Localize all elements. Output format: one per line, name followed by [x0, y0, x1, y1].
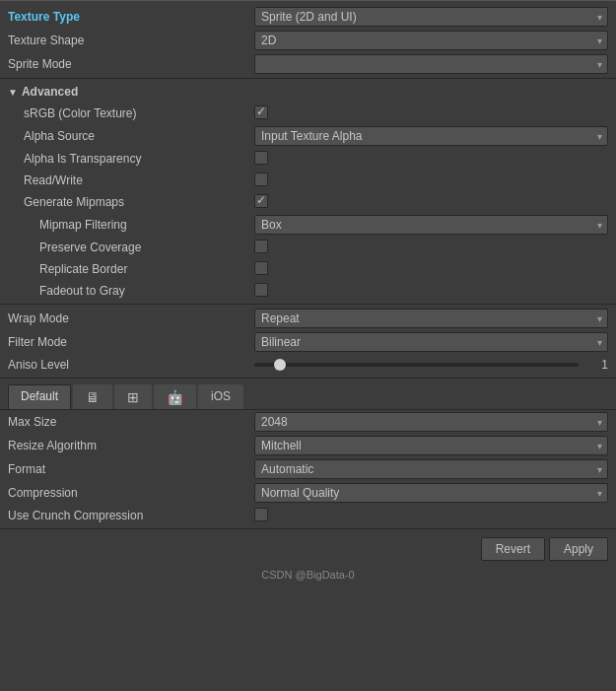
desktop-icon: 🖥	[86, 389, 100, 405]
texture-shape-control[interactable]: 2D	[254, 31, 608, 50]
resize-algorithm-control[interactable]: Mitchell	[254, 436, 608, 455]
divider-1	[0, 78, 616, 79]
watermark: CSDN @BigData-0	[0, 567, 616, 585]
read-write-checkbox[interactable]	[254, 173, 268, 186]
tab-windows[interactable]: ⊞	[114, 384, 152, 409]
divider-2	[0, 304, 616, 305]
replicate-border-control[interactable]	[254, 261, 608, 278]
tab-ios-label: iOS	[211, 389, 231, 403]
bottom-bar: Revert Apply	[0, 531, 616, 567]
wrap-mode-select[interactable]: Repeat	[254, 309, 608, 328]
revert-button[interactable]: Revert	[481, 537, 545, 561]
sprite-mode-row: Sprite Mode	[0, 52, 616, 76]
format-label: Format	[8, 462, 254, 476]
alpha-transparency-checkbox[interactable]	[254, 151, 268, 165]
alpha-source-label: Alpha Source	[8, 129, 254, 143]
tab-desktop[interactable]: 🖥	[73, 384, 112, 409]
aniso-level-slider[interactable]	[254, 363, 579, 367]
format-select[interactable]: Automatic	[254, 459, 608, 479]
texture-type-label: Texture Type	[8, 10, 254, 24]
alpha-source-control[interactable]: Input Texture Alpha	[254, 126, 608, 146]
max-size-select[interactable]: 2048	[254, 412, 608, 432]
filter-mode-select[interactable]: Bilinear	[254, 332, 608, 352]
wrap-mode-row: Wrap Mode Repeat	[0, 307, 616, 330]
divider-3	[0, 378, 616, 379]
texture-shape-label: Texture Shape	[8, 34, 254, 47]
mipmap-filtering-control[interactable]: Box	[254, 215, 608, 235]
fadeout-gray-control[interactable]	[254, 283, 608, 300]
format-row: Format Automatic	[0, 457, 616, 481]
compression-row: Compression Normal Quality	[0, 481, 616, 505]
texture-shape-row: Texture Shape 2D	[0, 29, 616, 52]
texture-type-control[interactable]: Sprite (2D and UI)	[254, 7, 608, 27]
sprite-mode-control[interactable]	[254, 54, 608, 74]
compression-label: Compression	[8, 486, 254, 500]
max-size-control[interactable]: 2048	[254, 412, 608, 432]
alpha-transparency-label: Alpha Is Transparency	[8, 152, 254, 166]
preserve-coverage-row: Preserve Coverage	[0, 237, 616, 258]
fadeout-gray-row: Fadeout to Gray	[0, 280, 616, 302]
platform-tabs: Default 🖥 ⊞ 🤖 iOS	[0, 380, 616, 410]
advanced-triangle: ▼	[8, 87, 18, 98]
alpha-transparency-control[interactable]	[254, 151, 608, 168]
tab-android[interactable]: 🤖	[154, 384, 196, 409]
resize-algorithm-label: Resize Algorithm	[8, 439, 254, 452]
replicate-border-row: Replicate Border	[0, 258, 616, 280]
texture-shape-select[interactable]: 2D	[254, 31, 608, 50]
wrap-mode-label: Wrap Mode	[8, 311, 254, 325]
compression-select[interactable]: Normal Quality	[254, 483, 608, 503]
crunch-compression-checkbox[interactable]	[254, 508, 268, 521]
format-control[interactable]: Automatic	[254, 459, 608, 479]
alpha-transparency-row: Alpha Is Transparency	[0, 148, 616, 170]
replicate-border-checkbox[interactable]	[254, 261, 268, 275]
filter-mode-row: Filter Mode Bilinear	[0, 330, 616, 354]
tab-ios[interactable]: iOS	[198, 384, 243, 409]
replicate-border-label: Replicate Border	[8, 262, 254, 276]
filter-mode-control[interactable]: Bilinear	[254, 332, 608, 352]
divider-4	[0, 528, 616, 529]
max-size-row: Max Size 2048	[0, 410, 616, 434]
aniso-level-control[interactable]: 1	[254, 358, 608, 372]
fadeout-gray-checkbox[interactable]	[254, 283, 268, 297]
sprite-mode-select[interactable]	[254, 54, 608, 74]
windows-icon: ⊞	[127, 389, 139, 405]
generate-mipmaps-control[interactable]	[254, 194, 608, 211]
texture-type-select[interactable]: Sprite (2D and UI)	[254, 7, 608, 27]
read-write-control[interactable]	[254, 173, 608, 189]
preserve-coverage-checkbox[interactable]	[254, 240, 268, 253]
resize-algorithm-select[interactable]: Mitchell	[254, 436, 608, 455]
read-write-row: Read/Write	[0, 170, 616, 191]
aniso-level-label: Aniso Level	[8, 358, 254, 372]
read-write-label: Read/Write	[8, 173, 254, 187]
wrap-mode-control[interactable]: Repeat	[254, 309, 608, 328]
srgb-control[interactable]	[254, 105, 608, 122]
max-size-label: Max Size	[8, 415, 254, 429]
generate-mipmaps-row: Generate Mipmaps	[0, 191, 616, 213]
fadeout-gray-label: Fadeout to Gray	[8, 284, 254, 298]
compression-control[interactable]: Normal Quality	[254, 483, 608, 503]
mipmap-filtering-select[interactable]: Box	[254, 215, 608, 235]
apply-button[interactable]: Apply	[549, 537, 608, 561]
inspector-panel: Texture Type Sprite (2D and UI) Texture …	[0, 0, 616, 585]
crunch-compression-label: Use Crunch Compression	[8, 509, 254, 522]
sprite-mode-label: Sprite Mode	[8, 57, 254, 71]
top-divider	[0, 0, 616, 1]
advanced-section-title: Advanced	[22, 85, 78, 99]
generate-mipmaps-checkbox[interactable]	[254, 194, 268, 208]
alpha-source-select[interactable]: Input Texture Alpha	[254, 126, 608, 146]
crunch-compression-row: Use Crunch Compression	[0, 505, 616, 526]
tab-default[interactable]: Default	[8, 384, 71, 409]
generate-mipmaps-label: Generate Mipmaps	[8, 195, 254, 209]
android-icon: 🤖	[167, 389, 183, 405]
resize-algorithm-row: Resize Algorithm Mitchell	[0, 434, 616, 457]
advanced-section-header[interactable]: ▼ Advanced	[0, 81, 616, 103]
aniso-level-value: 1	[584, 358, 608, 372]
srgb-checkbox[interactable]	[254, 105, 268, 119]
mipmap-filtering-row: Mipmap Filtering Box	[0, 213, 616, 237]
preserve-coverage-control[interactable]	[254, 240, 608, 256]
srgb-label: sRGB (Color Texture)	[8, 106, 254, 120]
crunch-compression-control[interactable]	[254, 508, 608, 524]
preserve-coverage-label: Preserve Coverage	[8, 241, 254, 254]
filter-mode-label: Filter Mode	[8, 335, 254, 349]
texture-type-row: Texture Type Sprite (2D and UI)	[0, 5, 616, 29]
